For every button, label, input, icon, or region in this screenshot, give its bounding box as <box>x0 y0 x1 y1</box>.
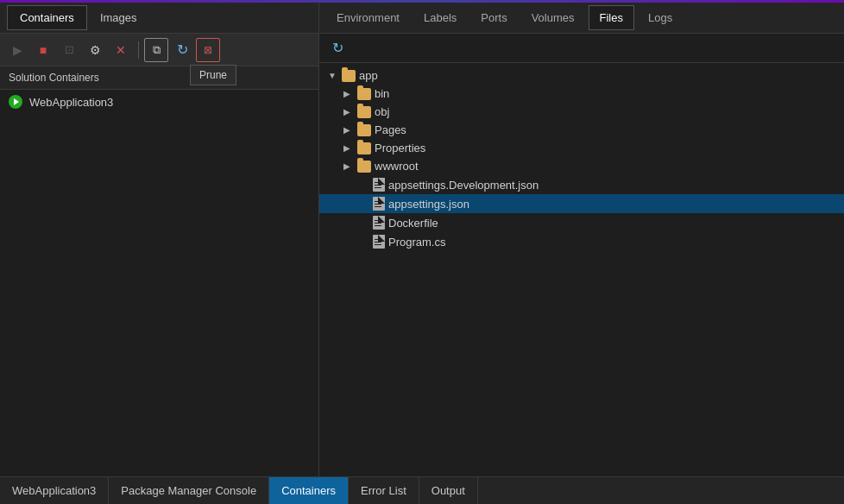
stop-icon: ■ <box>40 43 47 57</box>
left-panel: Containers Images ▶ ■ ⊡ ⚙ ✕ ⧉ <box>0 3 319 476</box>
file-tree-label: appsettings.Development.json <box>388 179 539 192</box>
prune-icon: ⊠ <box>204 44 212 56</box>
right-panel: Environment Labels Ports Volumes Files L… <box>319 3 844 476</box>
folder-icon <box>342 70 356 82</box>
copy-icon: ⧉ <box>153 43 161 57</box>
file-icon <box>373 216 385 230</box>
copy-button[interactable]: ⧉ <box>144 38 168 62</box>
bottom-tab-containers[interactable]: Containers <box>269 477 349 504</box>
file-icon <box>373 178 385 192</box>
delete-icon: ✕ <box>116 43 126 57</box>
delete-button[interactable]: ✕ <box>109 38 133 62</box>
tab-ports[interactable]: Ports <box>470 6 517 29</box>
chevron-icon <box>343 125 354 135</box>
settings-icon: ⚙ <box>90 43 101 57</box>
chevron-icon <box>328 71 338 80</box>
stop-button[interactable]: ■ <box>31 38 55 62</box>
file-tree-label: bin <box>375 87 389 100</box>
tab-labels[interactable]: Labels <box>413 6 467 29</box>
solution-containers-label: Solution Containers <box>0 66 318 90</box>
folder-icon <box>357 142 371 154</box>
tree-item[interactable]: Dockerfile <box>319 213 844 232</box>
left-toolbar: ▶ ■ ⊡ ⚙ ✕ ⧉ ↻ ⊠ <box>0 34 318 66</box>
bottom-tab-webapplication3[interactable]: WebApplication3 <box>0 477 109 504</box>
bottom-bar: WebApplication3 Package Manager Console … <box>0 476 844 504</box>
file-tree-label: Program.cs <box>388 236 445 249</box>
file-tree-label: appsettings.json <box>388 198 469 211</box>
list-item[interactable]: WebApplication3 <box>0 90 318 114</box>
tree-item[interactable]: Properties <box>319 139 844 157</box>
prune-button[interactable]: ⊠ <box>196 38 220 62</box>
refresh-loop-button[interactable]: ↻ <box>170 38 194 62</box>
chevron-icon <box>343 143 354 153</box>
tree-item[interactable]: appsettings.Development.json <box>319 175 844 194</box>
settings-button[interactable]: ⚙ <box>83 38 107 62</box>
file-tree-label: obj <box>375 105 389 118</box>
tab-volumes[interactable]: Volumes <box>521 6 585 29</box>
folder-icon <box>357 88 371 100</box>
tree-item[interactable]: bin <box>319 85 844 103</box>
container-list: WebApplication3 <box>0 90 318 476</box>
chevron-icon <box>343 107 354 117</box>
tree-item[interactable]: wwwroot <box>319 157 844 175</box>
bottom-tab-package-manager-console[interactable]: Package Manager Console <box>109 477 269 504</box>
file-tree: app bin obj Pages <box>319 63 844 476</box>
tab-logs[interactable]: Logs <box>638 6 683 29</box>
right-tab-bar: Environment Labels Ports Volumes Files L… <box>319 3 844 34</box>
restart-button[interactable]: ⊡ <box>57 38 81 62</box>
refresh-loop-icon: ↻ <box>177 41 188 58</box>
file-icon <box>373 235 385 249</box>
tab-images[interactable]: Images <box>87 5 150 30</box>
bottom-tab-output[interactable]: Output <box>419 477 478 504</box>
container-name: WebApplication3 <box>29 96 113 109</box>
folder-icon <box>357 161 371 173</box>
toolbar-separator <box>138 41 139 59</box>
tree-item[interactable]: Pages <box>319 121 844 139</box>
tab-containers[interactable]: Containers <box>7 5 87 30</box>
folder-icon <box>357 124 371 136</box>
tree-item[interactable]: appsettings.json <box>319 194 844 213</box>
file-tree-refresh-icon: ↻ <box>332 40 343 56</box>
file-icon <box>373 197 385 211</box>
file-tree-label: Dockerfile <box>388 217 438 230</box>
tree-item[interactable]: obj <box>319 103 844 121</box>
restart-icon: ⊡ <box>65 43 74 56</box>
play-icon: ▶ <box>13 43 22 57</box>
running-indicator <box>9 95 22 109</box>
tree-item[interactable]: Program.cs <box>319 232 844 251</box>
main-area: Containers Images ▶ ■ ⊡ ⚙ ✕ ⧉ <box>0 3 844 476</box>
tab-files[interactable]: Files <box>589 5 634 30</box>
play-button[interactable]: ▶ <box>5 38 29 62</box>
file-tree-label: app <box>359 69 378 82</box>
file-tree-label: wwwroot <box>375 160 419 173</box>
tree-item[interactable]: app <box>319 66 844 85</box>
chevron-icon <box>343 161 354 171</box>
file-tree-label: Properties <box>375 142 425 154</box>
folder-icon <box>357 106 371 118</box>
tab-environment[interactable]: Environment <box>326 6 410 29</box>
right-toolbar: ↻ <box>319 34 844 63</box>
bottom-tab-error-list[interactable]: Error List <box>349 477 419 504</box>
left-tab-bar: Containers Images <box>0 3 318 34</box>
file-tree-refresh-button[interactable]: ↻ <box>326 37 349 60</box>
chevron-icon <box>343 89 354 98</box>
file-tree-label: Pages <box>375 123 406 136</box>
